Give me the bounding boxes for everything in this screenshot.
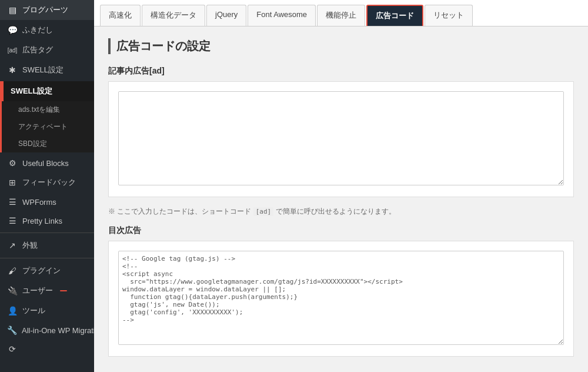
page-title: 広告コードの設定 bbox=[108, 38, 574, 54]
sidebar-item-blog-parts[interactable]: ▤ ブログパーツ bbox=[0, 0, 94, 20]
tab-structured-data[interactable]: 構造化データ bbox=[142, 5, 205, 26]
article-ad-textarea[interactable] bbox=[118, 91, 564, 185]
sidebar-item-editor-settings[interactable]: ads.txtを編集 bbox=[2, 101, 94, 118]
plugins-badge bbox=[60, 290, 67, 291]
sidebar-item-feedback[interactable]: ☰ WPForms bbox=[0, 192, 94, 211]
sidebar-item-wpforms[interactable]: ☰ Pretty Links bbox=[0, 211, 94, 230]
section2-block: <!-- Google tag (gtag.js) --> <!-- <scri… bbox=[108, 241, 574, 357]
fukidashi-icon: 💬 bbox=[7, 25, 18, 35]
section1-hint: ※ ここで入力したコードは、ショートコード [ad] で簡単に呼び出せるようにな… bbox=[108, 207, 574, 217]
sidebar-item-swell[interactable]: ✱ SWELL設定 bbox=[0, 60, 94, 80]
sidebar-item-sbd[interactable]: ⚙ Useful Blocks bbox=[0, 154, 94, 172]
main-content: 高速化 構造化データ jQuery Font Awesome 機能停止 広告コー… bbox=[94, 0, 588, 372]
swell-settings-label[interactable]: SWELL設定 bbox=[2, 81, 94, 101]
sidebar-item-allinone[interactable]: ⟳ bbox=[0, 340, 94, 358]
ad-tag-icon: [ad] bbox=[7, 47, 18, 54]
sidebar-item-tools[interactable]: 🔧 All-in-One WP Migration bbox=[0, 321, 94, 340]
users-icon: 👤 bbox=[7, 306, 18, 315]
section2-label: 目次広告 bbox=[108, 225, 574, 236]
tab-bar: 高速化 構造化データ jQuery Font Awesome 機能停止 広告コー… bbox=[94, 0, 588, 26]
tab-feature-stop[interactable]: 機能停止 bbox=[317, 5, 365, 26]
tab-ad-code[interactable]: 広告コード bbox=[366, 5, 423, 26]
tab-high-speed[interactable]: 高速化 bbox=[100, 5, 141, 26]
sidebar-item-ad-tag[interactable]: [ad] 広告タグ bbox=[0, 40, 94, 60]
sidebar-item-ads-txt[interactable]: アクティベート bbox=[2, 118, 94, 135]
allinone-icon: ⟳ bbox=[7, 344, 18, 354]
swell-submenu: SWELL設定 ads.txtを編集 アクティベート SBD設定 bbox=[0, 81, 94, 152]
section-toc-ad: 目次広告 <!-- Google tag (gtag.js) --> <!-- … bbox=[108, 225, 574, 357]
sidebar: ▤ ブログパーツ 💬 ふきだし [ad] 広告タグ ✱ SWELL設定 SWEL… bbox=[0, 0, 94, 372]
sidebar-item-plugins[interactable]: 🔌 ユーザー bbox=[0, 281, 94, 301]
swell-icon: ✱ bbox=[7, 65, 18, 75]
settings-content: 広告コードの設定 記事内広告[ad] ※ ここで入力したコードは、ショートコード… bbox=[94, 26, 588, 372]
section-article-ad: 記事内広告[ad] ※ ここで入力したコードは、ショートコード [ad] で簡単… bbox=[108, 66, 574, 217]
appearance-icon: 🖌 bbox=[7, 266, 18, 275]
sidebar-item-appearance[interactable]: 🖌 プラグイン bbox=[0, 261, 94, 281]
sidebar-item-useful-blocks[interactable]: ⊞ フィードバック bbox=[0, 172, 94, 192]
tools-icon: 🔧 bbox=[7, 326, 17, 335]
sidebar-item-activate[interactable]: SBD設定 bbox=[2, 135, 94, 152]
tab-font-awesome[interactable]: Font Awesome bbox=[248, 5, 316, 26]
useful-blocks-icon: ⊞ bbox=[7, 178, 18, 187]
tab-jquery[interactable]: jQuery bbox=[206, 5, 246, 26]
wpforms-icon: ☰ bbox=[7, 216, 18, 225]
toc-ad-textarea[interactable]: <!-- Google tag (gtag.js) --> <!-- <scri… bbox=[118, 251, 564, 345]
blog-parts-icon: ▤ bbox=[7, 5, 18, 15]
tab-reset[interactable]: リセット bbox=[425, 5, 473, 26]
pretty-links-icon: ↗ bbox=[7, 241, 18, 250]
section1-block bbox=[108, 81, 574, 197]
sidebar-item-users[interactable]: 👤 ツール bbox=[0, 301, 94, 321]
sbd-icon: ⚙ bbox=[7, 158, 18, 168]
feedback-icon: ☰ bbox=[7, 197, 18, 207]
section1-label: 記事内広告[ad] bbox=[108, 66, 574, 77]
sidebar-item-fukidashi[interactable]: 💬 ふきだし bbox=[0, 20, 94, 40]
plugins-icon: 🔌 bbox=[7, 286, 18, 295]
sidebar-item-pretty-links[interactable]: ↗ 外観 bbox=[0, 235, 94, 255]
